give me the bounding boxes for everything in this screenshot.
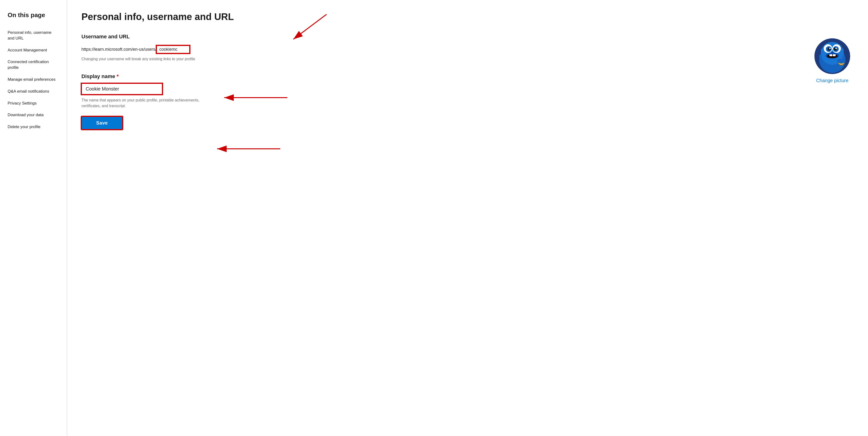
svg-point-13 (835, 48, 837, 49)
username-row: https://learn.microsoft.com/en-us/users/ (82, 45, 801, 53)
svg-point-23 (837, 59, 846, 63)
sidebar-link-privacy-settings[interactable]: Privacy Settings (8, 98, 59, 108)
sidebar-item-qa-notifications[interactable]: Q&A email notifications (8, 86, 59, 97)
avatar-image (816, 39, 849, 73)
sidebar-link-qa-notifications[interactable]: Q&A email notifications (8, 86, 59, 97)
change-picture-link[interactable]: Change picture (816, 78, 848, 83)
sidebar-link-account-management[interactable]: Account Management (8, 45, 59, 56)
sidebar-link-connected-certification[interactable]: Connected certification profile (8, 57, 59, 73)
save-button[interactable]: Save (82, 117, 123, 129)
display-name-input-wrapper (82, 83, 162, 95)
sidebar-title: On this page (8, 11, 59, 19)
url-base: https://learn.microsoft.com/en-us/users/ (82, 47, 156, 52)
sidebar: On this page Personal info, username and… (0, 0, 67, 436)
sidebar-link-delete-profile[interactable]: Delete your profile (8, 122, 59, 132)
sidebar-link-manage-email[interactable]: Manage email preferences (8, 74, 59, 85)
avatar (814, 38, 850, 74)
main-content: Personal info, username and URL Username… (67, 0, 868, 436)
sidebar-link-personal-info[interactable]: Personal info, username and URL (8, 27, 59, 43)
username-input-wrapper (156, 45, 190, 53)
sidebar-nav: Personal info, username and URL Account … (8, 27, 59, 132)
display-name-label: Display name * (82, 73, 801, 80)
username-hint: Changing your username will break any ex… (82, 56, 200, 62)
profile-picture-area: Change picture (811, 38, 854, 83)
sidebar-item-account-management[interactable]: Account Management (8, 45, 59, 56)
svg-point-12 (829, 48, 831, 49)
save-button-wrapper: Save (82, 117, 123, 129)
content-left: Username and URL https://learn.microsoft… (82, 34, 801, 129)
username-input[interactable] (156, 45, 190, 53)
sidebar-item-manage-email[interactable]: Manage email preferences (8, 74, 59, 85)
svg-rect-17 (833, 54, 836, 56)
display-name-input[interactable] (82, 83, 162, 95)
content-row: Username and URL https://learn.microsoft… (82, 34, 854, 129)
svg-point-4 (819, 55, 822, 58)
username-section-title: Username and URL (82, 34, 801, 40)
sidebar-item-delete-profile[interactable]: Delete your profile (8, 122, 59, 132)
username-section: Username and URL https://learn.microsoft… (82, 34, 801, 62)
annotation-arrow-3 (215, 142, 281, 156)
sidebar-item-download-data[interactable]: Download your data (8, 110, 59, 120)
display-name-section: Display name * The name that appears on … (82, 73, 801, 129)
sidebar-link-download-data[interactable]: Download your data (8, 110, 59, 120)
page-title: Personal info, username and URL (82, 11, 854, 22)
sidebar-item-personal-info[interactable]: Personal info, username and URL (8, 27, 59, 43)
required-star: * (117, 73, 119, 79)
svg-point-5 (842, 55, 845, 58)
display-name-hint: The name that appears on your public pro… (82, 97, 200, 109)
svg-rect-16 (830, 54, 832, 56)
svg-point-24 (831, 52, 834, 54)
sidebar-item-privacy-settings[interactable]: Privacy Settings (8, 98, 59, 108)
sidebar-item-connected-certification[interactable]: Connected certification profile (8, 57, 59, 73)
